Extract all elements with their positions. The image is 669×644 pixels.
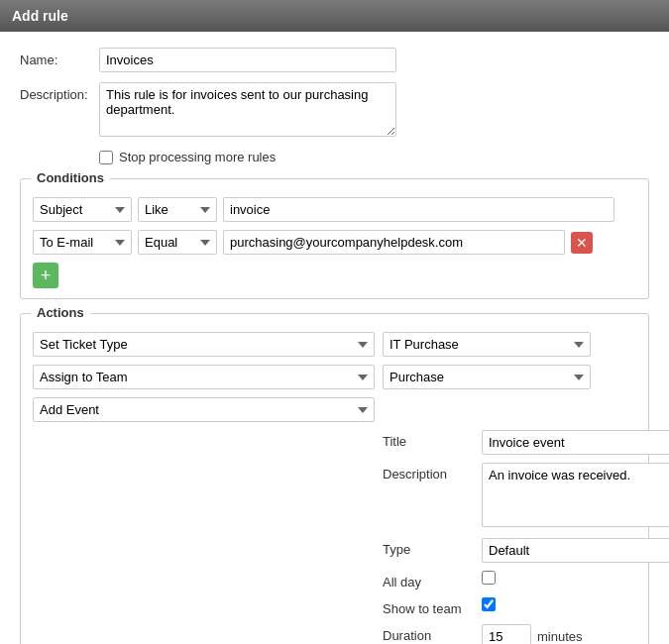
action2-select[interactable]: Set Ticket Type Assign to Team Add Event… [33, 365, 375, 389]
description-label: Description: [20, 82, 99, 102]
action3-select[interactable]: Set Ticket Type Assign to Team Add Event… [33, 397, 375, 422]
actions-body: Set Ticket Type Assign to Team Add Event… [21, 314, 648, 644]
conditions-legend: Conditions [31, 170, 110, 185]
condition1-field-select[interactable]: Subject To E-mail From E-mail Body [33, 197, 132, 222]
event-allday-checkbox[interactable] [482, 571, 496, 585]
stop-processing-checkbox[interactable] [99, 151, 113, 164]
main-content: Name: Description: This rule is for invo… [0, 32, 669, 644]
description-row: Description: This rule is for invoices s… [20, 82, 649, 140]
event-allday-label: All day [383, 571, 482, 590]
event-type-input[interactable] [482, 538, 669, 563]
event-allday-row: All day [383, 571, 636, 590]
description-field-container: This rule is for invoices sent to our pu… [99, 82, 649, 140]
actions-legend: Actions [31, 305, 90, 320]
delete-condition2-button[interactable]: ✕ [571, 232, 593, 254]
plus-icon: + [41, 266, 52, 286]
name-row: Name: [20, 48, 649, 72]
event-type-field-container [482, 538, 669, 563]
event-duration-input[interactable] [482, 624, 531, 644]
page-title: Add rule [12, 8, 68, 24]
event-title-row: Title [383, 430, 636, 455]
actions-section: Actions Set Ticket Type Assign to Team A… [20, 313, 649, 644]
action-row-3: Set Ticket Type Assign to Team Add Event… [33, 397, 636, 422]
stop-processing-row: Stop processing more rules [99, 150, 649, 164]
duration-unit: minutes [537, 629, 583, 644]
action-row-1: Set Ticket Type Assign to Team Add Event… [33, 332, 636, 357]
event-showteam-row: Show to team [383, 597, 636, 616]
event-duration-row: Duration minutes [383, 624, 636, 644]
event-description-row: Description An invoice was received. [383, 463, 636, 530]
event-duration-field-container: minutes [482, 624, 636, 644]
action2-value-select[interactable]: Purchase Support IT Sales [383, 365, 591, 389]
event-description-field-container: An invoice was received. [482, 463, 669, 530]
condition1-operator-select[interactable]: Like Equal Not like Not equal [138, 197, 217, 222]
conditions-body: Subject To E-mail From E-mail Body Like … [21, 179, 648, 298]
event-showteam-field-container [482, 597, 636, 614]
delete-icon: ✕ [576, 235, 588, 251]
event-title-field-container [482, 430, 669, 455]
action1-select[interactable]: Set Ticket Type Assign to Team Add Event… [33, 332, 375, 357]
condition2-operator-select[interactable]: Like Equal Not like Not equal [138, 230, 217, 255]
action1-value-select[interactable]: IT Purchase Support Sales HR [383, 332, 591, 357]
event-description-label: Description [383, 463, 482, 482]
event-details: Title Description An invoice was receive… [383, 430, 636, 644]
condition-row-1: Subject To E-mail From E-mail Body Like … [33, 197, 636, 222]
event-title-input[interactable] [482, 430, 669, 455]
event-showteam-label: Show to team [383, 597, 482, 616]
stop-processing-label: Stop processing more rules [119, 150, 276, 164]
conditions-section: Conditions Subject To E-mail From E-mail… [20, 178, 649, 299]
name-field-container [99, 48, 649, 72]
page-header: Add rule [0, 0, 669, 32]
name-input[interactable] [99, 48, 396, 72]
event-duration-label: Duration [383, 624, 482, 643]
condition1-value-input[interactable] [223, 197, 614, 222]
event-showteam-checkbox[interactable] [482, 597, 496, 611]
condition-row-2: Subject To E-mail From E-mail Body Like … [33, 230, 636, 255]
name-label: Name: [20, 48, 99, 67]
condition2-value-input[interactable] [223, 230, 565, 255]
description-textarea[interactable]: This rule is for invoices sent to our pu… [99, 82, 396, 137]
condition2-field-select[interactable]: Subject To E-mail From E-mail Body [33, 230, 132, 255]
event-description-textarea[interactable]: An invoice was received. [482, 463, 669, 527]
event-title-label: Title [383, 430, 482, 449]
event-type-label: Type [383, 538, 482, 557]
event-type-row: Type [383, 538, 636, 563]
event-allday-field-container [482, 571, 636, 588]
add-condition-button[interactable]: + [33, 263, 58, 288]
action-row-2: Set Ticket Type Assign to Team Add Event… [33, 365, 636, 389]
